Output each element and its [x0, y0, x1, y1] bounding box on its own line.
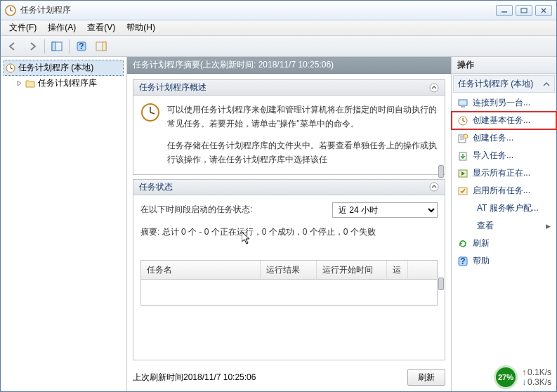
svg-point-25 [464, 134, 468, 138]
show-hide-actions-button[interactable] [92, 38, 110, 55]
app-icon [5, 5, 16, 16]
enable-icon [457, 185, 468, 197]
expander-icon[interactable] [16, 80, 22, 86]
status-title: 任务状态 [139, 181, 173, 193]
folder-icon [25, 79, 35, 88]
tree-library[interactable]: 任务计划程序库 [15, 76, 124, 91]
action-view[interactable]: 查看 ▶ [452, 217, 556, 235]
overview-text-2: 任务存储在任务计划程序库的文件夹中。若要查看单独任务上的操作或执行该操作，请在任… [167, 138, 438, 167]
console-tree: 任务计划程序 (本地) 任务计划程序库 [1, 57, 127, 391]
svg-rect-22 [461, 106, 465, 107]
status-period-combo[interactable]: 近 24 小时 [332, 202, 438, 218]
overview-title: 任务计划程序概述 [139, 81, 207, 93]
window-title: 任务计划程序 [20, 4, 496, 16]
forward-button[interactable] [23, 38, 41, 55]
svg-point-16 [430, 84, 438, 92]
last-refresh-label: 上次刷新时间2018/11/7 10:25:06 [133, 372, 256, 384]
actions-header: 操作 [452, 57, 556, 74]
maximize-button[interactable] [516, 5, 532, 16]
status-panel-header[interactable]: 任务状态 [133, 180, 445, 195]
task-icon [457, 133, 468, 144]
status-table: 任务名 运行结果 运行开始时间 运 [140, 260, 438, 306]
overview-panel-header[interactable]: 任务计划程序概述 [133, 80, 445, 96]
action-create-basic-task[interactable]: 创建基本任务... [452, 112, 556, 129]
menu-action[interactable]: 操作(A) [42, 20, 81, 35]
tree-root[interactable]: 任务计划程序 (本地) [4, 60, 124, 76]
action-create-task[interactable]: 创建任务... [452, 129, 556, 147]
titlebar: 任务计划程序 [1, 1, 556, 20]
action-import-task[interactable]: 导入任务... [452, 147, 556, 164]
col-more[interactable]: 运 [387, 261, 408, 279]
network-monitor-widget[interactable]: 27% 0.1K/s 0.3K/s [494, 365, 551, 389]
tree-root-label: 任务计划程序 (本地) [18, 62, 93, 74]
status-panel: 任务状态 在以下时间段启动的任务状态: 近 24 小时 摘要: 总计 0 个 -… [133, 179, 445, 360]
menu-view[interactable]: 查看(V) [81, 20, 121, 35]
overview-text-1: 可以使用任务计划程序来创建和管理计算机将在所指定的时间自动执行的常见任务。若要开… [167, 103, 438, 131]
chevron-up-icon [429, 83, 439, 93]
download-speed: 0.3K/s [522, 377, 551, 387]
tree-library-label: 任务计划程序库 [38, 77, 97, 89]
action-connect[interactable]: 连接到另一台... [452, 94, 556, 112]
show-hide-tree-button[interactable] [48, 38, 66, 55]
svg-text:?: ? [79, 41, 84, 51]
svg-point-20 [430, 183, 438, 191]
action-enable-all[interactable]: 启用所有任务... [452, 182, 556, 200]
back-button[interactable] [4, 38, 22, 55]
svg-rect-4 [521, 8, 527, 13]
action-refresh[interactable]: 刷新 [452, 235, 556, 252]
action-help[interactable]: ? 帮助 [452, 252, 556, 270]
close-button[interactable] [535, 5, 552, 16]
chevron-up-icon [543, 81, 550, 88]
cpu-badge: 27% [494, 365, 518, 389]
upload-speed: 0.1K/s [522, 367, 551, 377]
computer-icon [457, 98, 468, 109]
actions-group-label: 任务计划程序 (本地) [458, 78, 533, 90]
chevron-up-icon [429, 182, 439, 192]
actions-group-header[interactable]: 任务计划程序 (本地) [453, 75, 555, 93]
help-icon: ? [457, 256, 468, 267]
status-period-label: 在以下时间段启动的任务状态: [140, 202, 252, 216]
status-summary: 摘要: 总计 0 个 - 0 个正在运行，0 个成功，0 个停止，0 个失败 [140, 225, 438, 239]
refresh-button[interactable]: 刷新 [407, 369, 445, 386]
overview-panel: 任务计划程序概述 可以使用任务计划程序来创建和管理计算机将在所指定的时间自动执行… [133, 79, 445, 175]
summary-header: 任务计划程序摘要(上次刷新时间: 2018/11/7 10:25:06) [127, 57, 451, 74]
running-icon [457, 168, 468, 179]
menu-file[interactable]: 文件(F) [4, 20, 42, 35]
table-body [141, 280, 437, 305]
wizard-icon [457, 115, 468, 126]
summary-body: 任务计划程序概述 可以使用任务计划程序来创建和管理计算机将在所指定的时间自动执行… [127, 74, 451, 391]
col-run-result[interactable]: 运行结果 [261, 261, 317, 279]
menu-help[interactable]: 帮助(H) [121, 20, 161, 35]
toolbar: ? [1, 36, 556, 57]
col-run-start[interactable]: 运行开始时间 [317, 261, 387, 279]
svg-rect-8 [52, 42, 55, 51]
import-icon [457, 150, 468, 162]
action-at-account[interactable]: AT 服务帐户配... [452, 200, 556, 217]
clock-icon [140, 103, 160, 122]
svg-text:?: ? [460, 256, 465, 266]
svg-rect-21 [459, 100, 467, 105]
actions-pane: 操作 任务计划程序 (本地) 连接到另一台... 创建基本任务... 创建任务.… [451, 57, 556, 391]
scroll-handle[interactable] [438, 277, 444, 290]
scroll-handle[interactable] [438, 165, 444, 178]
svg-rect-12 [103, 42, 106, 51]
minimize-button[interactable] [496, 5, 513, 16]
action-show-running[interactable]: 显示所有正在... [452, 164, 556, 182]
clock-icon [6, 63, 15, 73]
col-task-name[interactable]: 任务名 [141, 261, 261, 279]
refresh-icon [457, 238, 468, 249]
chevron-right-icon: ▶ [546, 223, 551, 230]
menu-bar: 文件(F) 操作(A) 查看(V) 帮助(H) [1, 20, 556, 36]
help-button[interactable]: ? [72, 38, 91, 55]
